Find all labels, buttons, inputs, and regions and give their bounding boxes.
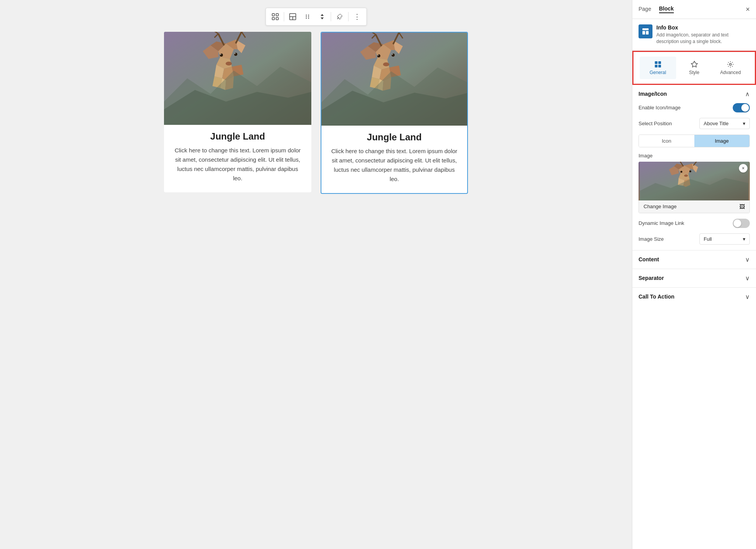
enable-icon-image-row: Enable Icon/Image [639, 103, 750, 112]
separator-section[interactable]: Separator ∨ [632, 269, 756, 288]
card-1-title: Jungle Land [164, 131, 311, 142]
change-image-bar[interactable]: Change Image 🖼 [639, 200, 750, 213]
settings-tab-buttons: General Style Advanced [632, 51, 756, 85]
style-tab-label: Style [689, 70, 699, 75]
svg-rect-2 [272, 17, 274, 20]
svg-rect-72 [655, 65, 658, 67]
image-size-label: Image Size [639, 236, 664, 242]
general-tab-label: General [649, 70, 666, 75]
svg-rect-73 [658, 65, 661, 67]
pin-button[interactable] [333, 10, 347, 24]
svg-point-38 [226, 62, 232, 66]
change-image-label: Change Image [644, 204, 677, 209]
source-icon-button[interactable]: Icon [639, 135, 694, 147]
info-card-1[interactable]: Jungle Land Click here to change this te… [164, 32, 311, 192]
move-up-down-button[interactable] [315, 10, 329, 24]
image-icon-section-header[interactable]: Image/Icon ∧ [639, 90, 750, 98]
svg-point-9 [306, 18, 306, 19]
page-tab[interactable]: Page [639, 5, 651, 13]
select-position-chevron: ▾ [743, 121, 746, 126]
layout-button[interactable] [286, 10, 300, 24]
image-size-dropdown[interactable]: Full ▾ [699, 233, 750, 245]
more-options-button[interactable]: ⋮ [350, 10, 364, 24]
panel-header: Page Block × [632, 0, 756, 19]
style-tab-button[interactable]: Style [676, 57, 713, 79]
image-size-chevron: ▾ [743, 236, 746, 242]
svg-line-13 [337, 17, 339, 19]
image-size-row: Image Size Full ▾ [639, 233, 750, 245]
plugin-details: Info Box Add image/icon, separator and t… [656, 24, 750, 45]
svg-rect-68 [642, 31, 645, 35]
grid-view-button[interactable] [268, 10, 282, 24]
card-2-title: Jungle Land [321, 132, 467, 143]
dynamic-image-link-toggle[interactable] [733, 219, 750, 228]
svg-point-10 [308, 15, 309, 16]
svg-rect-69 [646, 31, 649, 35]
plugin-info: Info Box Add image/icon, separator and t… [632, 19, 756, 51]
canvas-area: ⋮ [0, 0, 632, 549]
svg-point-37 [235, 53, 236, 54]
card-1-text: Click here to change this text. Lorem ip… [164, 146, 311, 183]
content-section-chevron: ∨ [745, 256, 750, 263]
svg-rect-3 [276, 17, 278, 20]
cta-section-title: Call To Action [639, 293, 675, 300]
svg-point-36 [220, 54, 221, 55]
advanced-tab-label: Advanced [720, 70, 740, 75]
svg-point-12 [308, 18, 309, 19]
enable-icon-image-toggle[interactable] [733, 103, 750, 112]
image-label: Image [639, 153, 750, 159]
deer-image-2 [321, 33, 467, 126]
svg-rect-0 [272, 14, 274, 16]
select-position-label: Select Position [639, 121, 672, 126]
cards-container: Jungle Land Click here to change this te… [164, 32, 468, 194]
svg-rect-71 [658, 61, 661, 64]
svg-point-74 [730, 63, 732, 65]
select-source-buttons: Icon Image [639, 135, 750, 147]
image-remove-button[interactable]: × [739, 164, 747, 173]
info-card-2[interactable]: Jungle Land Click here to change this te… [321, 32, 468, 194]
toolbar-divider-2 [331, 12, 331, 21]
panel-tabs: Page Block [639, 5, 674, 13]
image-preview-container: × Change Image 🖼 [639, 162, 750, 213]
select-position-row: Select Position Above Title ▾ [639, 118, 750, 129]
right-panel: Page Block × Info Box Add image/icon, se… [632, 0, 756, 549]
select-position-value: Above Title [704, 121, 728, 126]
toolbar-divider [284, 12, 284, 21]
content-section-title: Content [639, 256, 659, 262]
plugin-description: Add image/icon, separator and text descr… [656, 32, 750, 45]
toolbar-divider-3 [348, 12, 349, 21]
svg-point-8 [306, 16, 306, 17]
advanced-tab-button[interactable]: Advanced [712, 57, 749, 79]
dynamic-image-link-label: Dynamic Image Link [639, 220, 684, 226]
svg-point-88 [680, 171, 682, 173]
content-section[interactable]: Content ∨ [632, 250, 756, 269]
cta-section[interactable]: Call To Action ∨ [632, 288, 756, 306]
dynamic-image-link-row: Dynamic Image Link [639, 219, 750, 228]
svg-point-62 [378, 55, 379, 56]
plugin-icon [639, 24, 652, 38]
svg-rect-70 [655, 61, 658, 64]
change-image-icon: 🖼 [739, 204, 745, 210]
svg-rect-1 [276, 14, 278, 16]
plugin-name: Info Box [656, 24, 750, 31]
svg-point-89 [689, 170, 691, 172]
image-preview: × [639, 162, 750, 200]
select-position-dropdown[interactable]: Above Title ▾ [699, 118, 750, 129]
svg-rect-67 [642, 28, 649, 30]
svg-point-64 [383, 62, 389, 66]
card-2-text: Click here to change this text. Lorem ip… [321, 147, 467, 184]
source-image-button[interactable]: Image [694, 135, 750, 147]
general-tab-button[interactable]: General [640, 57, 676, 79]
image-icon-chevron: ∧ [745, 90, 750, 98]
block-toolbar: ⋮ [266, 8, 367, 26]
svg-point-90 [684, 174, 688, 177]
close-panel-button[interactable]: × [746, 6, 750, 13]
block-tab[interactable]: Block [659, 5, 674, 13]
svg-point-7 [306, 15, 306, 16]
image-size-value: Full [704, 236, 712, 242]
separator-section-title: Separator [639, 275, 664, 281]
drag-handle-button[interactable] [300, 10, 314, 24]
image-icon-title: Image/Icon [639, 91, 667, 97]
svg-point-63 [392, 54, 393, 55]
svg-point-11 [308, 16, 309, 17]
